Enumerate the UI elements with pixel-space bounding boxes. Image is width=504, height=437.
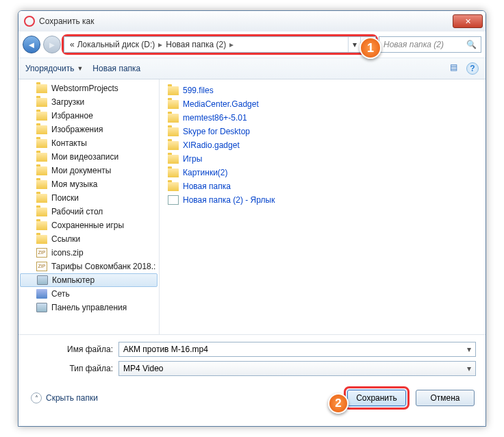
folder-icon	[168, 182, 179, 191]
footer: ˄ Скрыть папки Сохранить Отмена	[18, 380, 486, 416]
file-name: Новая папка	[183, 182, 231, 191]
folder-icon	[36, 208, 47, 216]
cancel-button[interactable]: Отмена	[416, 390, 475, 406]
tree-item-label: Моя музыка	[51, 179, 97, 189]
file-name: Новая папка (2) - Ярлык	[183, 195, 275, 205]
file-item[interactable]: memtest86+-5.01	[168, 111, 477, 125]
tree-item[interactable]: Моя музыка	[18, 177, 159, 191]
chevron-down-icon: ▼	[77, 65, 83, 72]
folder-icon	[168, 141, 179, 150]
tree-item[interactable]: Загрузки	[18, 95, 159, 109]
file-item[interactable]: Новая папка	[168, 179, 477, 193]
file-list[interactable]: 599.filesMediaCenter.Gadgetmemtest86+-5.…	[160, 79, 486, 334]
filename-input[interactable]: АКМ против М-16.mp4 ▾	[118, 342, 476, 357]
tree-item[interactable]: Избранное	[18, 109, 159, 123]
file-name: 599.files	[183, 86, 214, 95]
tree-item[interactable]: Рабочий стол	[18, 205, 159, 218]
opera-icon	[24, 16, 35, 27]
folder-tree[interactable]: WebstormProjectsЗагрузкиИзбранноеИзображ…	[18, 79, 160, 334]
address-bar-wrap: « Локальный диск (D:) ▸ Новая папка (2) …	[64, 36, 376, 53]
nav-row: ◄ ► « Локальный диск (D:) ▸ Новая папка …	[18, 32, 486, 58]
address-dropdown[interactable]: ▾	[348, 37, 360, 52]
tree-item-label: Поиски	[51, 193, 79, 203]
file-item[interactable]: 599.files	[168, 84, 477, 97]
file-name: Игры	[183, 154, 202, 164]
tree-item-label: Сохраненные игры	[51, 221, 124, 230]
shortcut-icon	[168, 195, 179, 205]
body: WebstormProjectsЗагрузкиИзбранноеИзображ…	[18, 79, 486, 334]
folder-icon	[36, 166, 47, 175]
folder-icon	[168, 155, 179, 164]
tree-item-label: Рабочий стол	[51, 207, 103, 216]
network-icon	[36, 289, 47, 299]
folder-icon	[36, 98, 47, 107]
file-item[interactable]: Игры	[168, 152, 477, 166]
tree-item[interactable]: Панель управления	[18, 301, 159, 314]
tree-item-label: Тарифы Совкомбанк 2018.:	[51, 262, 155, 271]
folder-icon	[36, 221, 47, 230]
tree-item-label: Загрузки	[51, 97, 84, 107]
tree-item[interactable]: Контакты	[18, 136, 159, 150]
folder-icon	[168, 100, 179, 109]
tree-item[interactable]: Сеть	[18, 287, 159, 301]
folder-icon	[36, 235, 47, 244]
tree-item[interactable]: ZIPicons.zip	[18, 246, 159, 260]
file-item[interactable]: Картинки(2)	[168, 166, 477, 179]
tree-item-label: Ссылки	[51, 234, 80, 244]
file-item[interactable]: Skype for Desktop	[168, 125, 477, 138]
folder-icon	[36, 139, 47, 148]
tree-item-label: Панель управления	[51, 303, 127, 312]
tree-item[interactable]: Компьютер	[20, 273, 158, 287]
callout-badge-2: 2	[328, 393, 349, 414]
help-icon[interactable]: ?	[466, 62, 479, 75]
tree-item-label: Сеть	[51, 289, 70, 299]
hide-folders-button[interactable]: ˄ Скрыть папки	[31, 392, 98, 403]
tree-item[interactable]: Изображения	[18, 123, 159, 136]
window-title: Сохранить как	[39, 16, 453, 26]
search-input[interactable]: Новая папка (2) 🔍	[379, 36, 481, 53]
file-name: XIRadio.gadget	[183, 140, 240, 150]
organize-button[interactable]: Упорядочить ▼	[25, 64, 83, 73]
file-item[interactable]: XIRadio.gadget	[168, 138, 477, 152]
file-item[interactable]: MediaCenter.Gadget	[168, 97, 477, 111]
tree-item[interactable]: Мои документы	[18, 164, 159, 177]
tree-item-label: icons.zip	[51, 248, 84, 258]
back-button[interactable]: ◄	[23, 36, 40, 53]
forward-button[interactable]: ►	[43, 36, 61, 53]
tree-item[interactable]: Сохраненные игры	[18, 218, 159, 232]
tree-item[interactable]: ZIPТарифы Совкомбанк 2018.:	[18, 260, 159, 273]
tree-item-label: Мои документы	[51, 166, 111, 175]
tree-item[interactable]: WebstormProjects	[18, 82, 159, 95]
folder-icon	[36, 112, 47, 121]
folder-icon	[36, 84, 47, 93]
address-sep-2: ▸	[227, 40, 236, 49]
save-button[interactable]: Сохранить	[347, 390, 406, 406]
tree-item-label: Мои видеозаписи	[51, 152, 118, 162]
search-icon[interactable]: 🔍	[466, 40, 477, 49]
tree-item-label: Компьютер	[52, 275, 94, 285]
filetype-select[interactable]: MP4 Video ▾	[118, 361, 476, 376]
address-seg-2[interactable]: Новая папка (2)	[164, 40, 227, 49]
folder-icon	[168, 86, 179, 95]
address-seg-1[interactable]: Локальный диск (D:)	[76, 40, 157, 49]
tree-item-label: Избранное	[51, 111, 93, 121]
file-name: memtest86+-5.01	[183, 113, 247, 123]
form-area: Имя файла: АКМ против М-16.mp4 ▾ Тип фай…	[18, 334, 486, 376]
chevron-up-icon: ˄	[31, 392, 42, 403]
tree-item[interactable]: Поиски	[18, 191, 159, 205]
view-options-icon[interactable]: ▤	[447, 62, 459, 75]
file-name: Skype for Desktop	[183, 127, 250, 136]
address-bar[interactable]: « Локальный диск (D:) ▸ Новая папка (2) …	[64, 36, 376, 53]
toolbar: Упорядочить ▼ Новая папка ▤ ?	[18, 58, 486, 79]
new-folder-button[interactable]: Новая папка	[92, 64, 140, 73]
address-sep-1: ▸	[156, 40, 164, 49]
address-prefix: «	[68, 40, 76, 49]
tree-item[interactable]: Ссылки	[18, 232, 159, 246]
file-item[interactable]: Новая папка (2) - Ярлык	[168, 193, 477, 207]
folder-icon	[36, 153, 47, 162]
close-button[interactable]: ✕	[453, 14, 483, 28]
tree-item[interactable]: Мои видеозаписи	[18, 150, 159, 164]
folder-icon	[168, 168, 179, 177]
titlebar: Сохранить как ✕	[18, 11, 486, 32]
folder-icon	[36, 125, 47, 134]
